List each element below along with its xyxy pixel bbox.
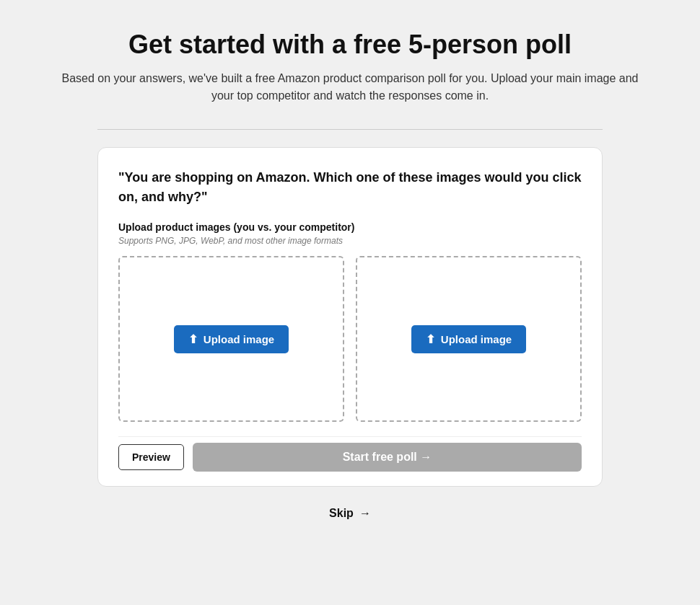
upload-image-button-1[interactable]: ⬆ Upload image bbox=[174, 325, 289, 353]
upload-icon-1: ⬆ bbox=[188, 332, 198, 346]
card-footer: Preview Start free poll → bbox=[118, 436, 582, 472]
page-subtitle: Based on your answers, we've built a fre… bbox=[54, 70, 646, 105]
upload-dropzone-1[interactable]: ⬆ Upload image bbox=[118, 256, 344, 422]
upload-areas: ⬆ Upload image ⬆ Upload image bbox=[118, 256, 582, 422]
poll-question: "You are shopping on Amazon. Which one o… bbox=[118, 168, 582, 207]
upload-image-button-2[interactable]: ⬆ Upload image bbox=[411, 325, 526, 353]
divider bbox=[97, 129, 603, 130]
poll-card: "You are shopping on Amazon. Which one o… bbox=[97, 147, 603, 487]
preview-button[interactable]: Preview bbox=[118, 444, 184, 470]
upload-button-1-label: Upload image bbox=[204, 333, 274, 345]
upload-icon-2: ⬆ bbox=[426, 332, 435, 346]
skip-label: Skip bbox=[329, 507, 354, 520]
page-title: Get started with a free 5-person poll bbox=[54, 29, 646, 60]
skip-arrow-icon: → bbox=[359, 507, 371, 520]
page-header: Get started with a free 5-person poll Ba… bbox=[54, 29, 646, 105]
upload-section-hint: Supports PNG, JPG, WebP, and most other … bbox=[118, 236, 582, 246]
skip-row[interactable]: Skip → bbox=[329, 507, 371, 520]
upload-section-label: Upload product images (you vs. your comp… bbox=[118, 221, 582, 233]
start-poll-button[interactable]: Start free poll → bbox=[193, 443, 582, 472]
upload-button-2-label: Upload image bbox=[441, 333, 512, 345]
upload-dropzone-2[interactable]: ⬆ Upload image bbox=[356, 256, 582, 422]
